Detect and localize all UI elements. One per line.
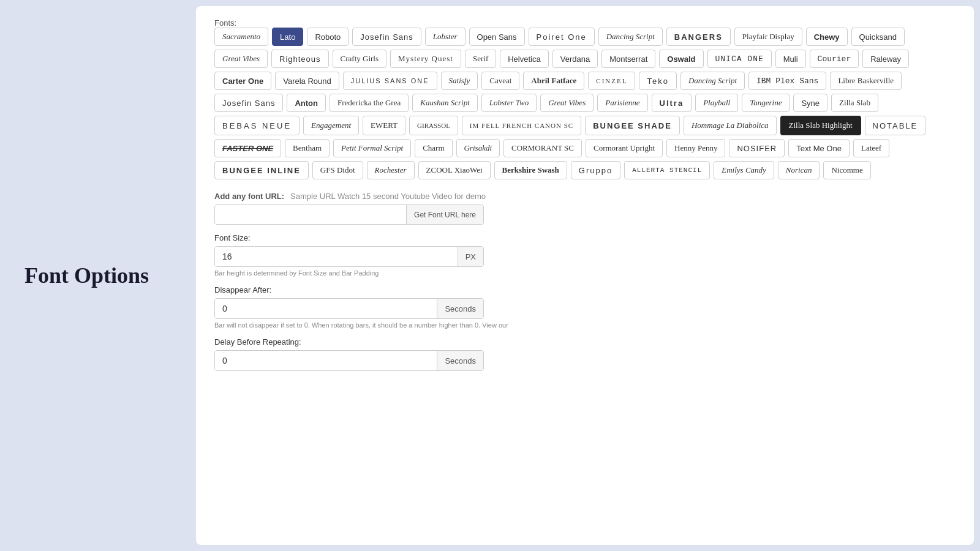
font-btn-courier[interactable]: Courier xyxy=(810,50,859,68)
font-btn-oswald[interactable]: Oswald xyxy=(659,50,703,68)
font-size-hint: Bar height is determined by Font Size an… xyxy=(214,269,956,277)
font-btn-poiret-one[interactable]: Poiret One xyxy=(529,28,595,46)
font-btn-josefin-sans2[interactable]: Josefin Sans xyxy=(214,94,283,112)
font-btn-cormorant-sc[interactable]: CORMORANT SC xyxy=(503,139,582,157)
font-btn-ibm-plex[interactable]: IBM Plex Sans xyxy=(748,72,826,90)
font-btn-notable[interactable]: NOTABLE xyxy=(865,116,926,135)
font-btn-verdana[interactable]: Verdana xyxy=(552,50,598,68)
font-btn-gruppo[interactable]: Gruppo xyxy=(571,161,620,179)
font-btn-playfair[interactable]: Playfair Display xyxy=(734,28,802,46)
font-btn-roboto[interactable]: Roboto xyxy=(307,28,349,46)
font-btn-engagement[interactable]: Engagement xyxy=(303,116,359,135)
font-btn-grisakdi[interactable]: Grisakdi xyxy=(456,139,500,157)
font-btn-satisfy[interactable]: Satisfy xyxy=(441,72,478,90)
disappear-hint: Bar will not disappear if set to 0. When… xyxy=(214,321,956,329)
delay-input-group: Seconds xyxy=(214,350,484,371)
font-btn-ultra[interactable]: Ultra xyxy=(652,94,692,112)
font-size-label: Font Size: xyxy=(214,233,956,242)
url-input[interactable] xyxy=(215,205,406,224)
font-btn-emilys-candy[interactable]: Emilys Candy xyxy=(714,161,774,179)
add-url-label: Add any font URL: xyxy=(214,192,284,201)
font-btn-carter-one[interactable]: Carter One xyxy=(214,72,271,90)
font-btn-great-vibes[interactable]: Great Vibes xyxy=(214,50,268,68)
font-btn-lateef[interactable]: Lateef xyxy=(853,139,889,157)
font-btn-zilla-highlight[interactable]: Zilla Slab Highlight xyxy=(780,116,861,135)
font-btn-allerta-stencil[interactable]: Allerta Stencil xyxy=(624,161,710,179)
font-btn-sacramento[interactable]: Sacramento xyxy=(214,28,268,46)
disappear-input[interactable] xyxy=(215,299,437,318)
font-btn-bungee-shade[interactable]: BUNGEE SHADE xyxy=(585,116,680,135)
font-btn-varela-round[interactable]: Varela Round xyxy=(275,72,339,90)
font-size-input[interactable] xyxy=(215,247,458,266)
font-btn-cormorant-upright[interactable]: Cormorant Upright xyxy=(586,139,663,157)
font-btn-bebas[interactable]: BEBAS NEUE xyxy=(214,116,300,135)
font-btn-faster-one[interactable]: FASTER ONE xyxy=(214,139,281,157)
font-btn-rochester[interactable]: Rochester xyxy=(367,161,415,179)
font-size-input-group: PX xyxy=(214,246,484,267)
font-btn-bangers[interactable]: BANGERS xyxy=(666,28,731,46)
disappear-label: Disappear After: xyxy=(214,285,956,294)
font-btn-zilla-slab[interactable]: Zilla Slab xyxy=(831,94,878,112)
font-btn-julius-sans[interactable]: JULIUS SANS ONE xyxy=(343,72,437,90)
font-btn-anton[interactable]: Anton xyxy=(287,94,326,112)
font-btn-open-sans[interactable]: Open Sans xyxy=(469,28,525,46)
font-btn-fredericka[interactable]: Fredericka the Grea xyxy=(330,94,409,112)
font-btn-petit-formal[interactable]: Petit Formal Script xyxy=(333,139,411,157)
font-btn-im-fell[interactable]: IM FELL FRENCH CANON SC xyxy=(462,116,581,135)
font-btn-berkshire-swash[interactable]: Berkshire Swash xyxy=(494,161,567,179)
font-btn-great-vibes2[interactable]: Great Vibes xyxy=(540,94,594,112)
font-btn-unica-one[interactable]: UNICA ONE xyxy=(707,50,772,68)
font-btn-text-me-one[interactable]: Text Me One xyxy=(788,139,850,157)
font-btn-charm[interactable]: Charm xyxy=(415,139,452,157)
delay-label: Delay Before Repeating: xyxy=(214,337,956,347)
font-btn-lato[interactable]: Lato xyxy=(272,28,303,46)
font-btn-norican[interactable]: Norican xyxy=(778,161,820,179)
main-content: Fonts: SacramentoLatoRobotoJosefin SansL… xyxy=(196,6,974,545)
font-btn-josefin-sans[interactable]: Josefin Sans xyxy=(352,28,421,46)
font-btn-dancing-script[interactable]: Dancing Script xyxy=(598,28,663,46)
font-btn-serif[interactable]: Serif xyxy=(465,50,496,68)
font-size-suffix: PX xyxy=(458,247,483,266)
add-url-hint: Sample URL Watch 15 second Youtube Video… xyxy=(290,192,486,201)
font-btn-libre-baskerville[interactable]: Libre Baskerville xyxy=(830,72,902,90)
font-btn-teko[interactable]: Teko xyxy=(639,72,676,90)
get-font-url-button[interactable]: Get Font URL here xyxy=(406,205,483,224)
disappear-input-group: Seconds xyxy=(214,298,484,319)
font-btn-lobster-two[interactable]: Lobster Two xyxy=(481,94,537,112)
font-btn-playball[interactable]: Playball xyxy=(695,94,738,112)
font-btn-kaushan[interactable]: Kaushan Script xyxy=(412,94,478,112)
add-url-section: Add any font URL: Sample URL Watch 15 se… xyxy=(214,192,956,371)
font-btn-girassol[interactable]: GIRASSOL xyxy=(409,116,458,135)
font-btn-zcool[interactable]: ZCOOL XiaoWei xyxy=(418,161,491,179)
font-btn-mystery-quest[interactable]: Mystery Quest xyxy=(390,50,461,68)
font-btn-bentham[interactable]: Bentham xyxy=(285,139,330,157)
font-btn-cinzel[interactable]: CINZEL xyxy=(588,72,635,90)
font-btn-dancing-script2[interactable]: Dancing Script xyxy=(680,72,745,90)
font-btn-tangerine[interactable]: Tangerine xyxy=(742,94,790,112)
page-title: Font Options xyxy=(24,263,149,288)
font-btn-chewy[interactable]: Chewy xyxy=(806,28,848,46)
font-btn-lobster[interactable]: Lobster xyxy=(425,28,466,46)
font-btn-abril-fatface[interactable]: Abril Fatface xyxy=(523,72,584,90)
font-btn-ewert[interactable]: EWERT xyxy=(363,116,405,135)
font-btn-gfs-didot[interactable]: GFS Didot xyxy=(312,161,363,179)
delay-input[interactable] xyxy=(215,351,437,370)
font-btn-nosifer[interactable]: NOSIFER xyxy=(729,139,785,157)
font-btn-syne[interactable]: Syne xyxy=(793,94,827,112)
font-btn-crafty-girls[interactable]: Crafty Girls xyxy=(333,50,386,68)
font-btn-righteous[interactable]: Righteous xyxy=(271,50,329,68)
font-btn-henny-penny[interactable]: Henny Penny xyxy=(666,139,725,157)
fonts-grid: SacramentoLatoRobotoJosefin SansLobsterO… xyxy=(214,28,956,179)
font-btn-helvetica[interactable]: Helvetica xyxy=(500,50,548,68)
delay-suffix: Seconds xyxy=(437,351,483,370)
font-btn-raleway[interactable]: Raleway xyxy=(862,50,909,68)
fonts-label: Fonts: xyxy=(214,18,949,28)
font-btn-bungee-inline[interactable]: BUNGEE INLINE xyxy=(214,161,309,179)
font-btn-parisienne[interactable]: Parisienne xyxy=(597,94,647,112)
font-btn-hmm[interactable]: Hommage La Diabolica xyxy=(684,116,777,135)
font-btn-caveat[interactable]: Caveat xyxy=(481,72,519,90)
font-btn-montserrat[interactable]: Montserrat xyxy=(601,50,655,68)
font-btn-quicksand[interactable]: Quicksand xyxy=(851,28,905,46)
font-btn-nicomme[interactable]: Nicomme xyxy=(823,161,870,179)
font-btn-muli[interactable]: Muli xyxy=(775,50,806,68)
